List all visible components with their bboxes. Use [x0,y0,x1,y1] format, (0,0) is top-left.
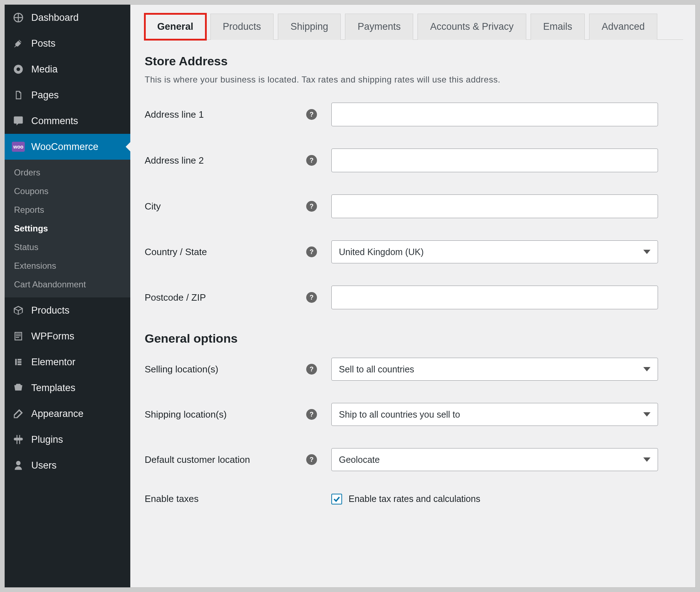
label-shipping-locations: Shipping location(s) [145,409,299,420]
submenu-coupons[interactable]: Coupons [5,182,130,201]
sidebar-label: WPForms [31,331,74,342]
check-icon [331,494,342,504]
help-icon[interactable]: ? [306,155,317,166]
dashboard-icon [12,11,25,24]
sidebar-label: Products [31,305,70,316]
label-city: City [145,201,299,212]
help-icon[interactable]: ? [306,201,317,212]
sidebar-item-templates[interactable]: Templates [5,375,130,401]
help-icon[interactable]: ? [306,292,317,303]
row-city: City ? [145,194,683,218]
sidebar-label: Comments [31,116,78,127]
sidebar-item-media[interactable]: Media [5,56,130,82]
settings-tabs: General Products Shipping Payments Accou… [145,13,683,40]
appearance-icon [12,407,25,420]
store-address-heading: Store Address [145,54,683,68]
help-icon[interactable]: ? [306,454,317,465]
select-value: Ship to all countries you sell to [339,409,460,420]
sidebar-label: Templates [31,382,75,394]
sidebar-item-dashboard[interactable]: Dashboard [5,5,130,30]
plugins-icon [12,433,25,446]
comments-icon [12,114,25,127]
admin-sidebar: Dashboard Posts Media Pages Comments woo… [5,5,130,587]
row-default-location: Default customer location ? Geolocate [145,448,683,471]
label-selling-locations: Selling location(s) [145,364,299,375]
checkbox-enable-taxes[interactable]: Enable tax rates and calculations [331,494,480,504]
help-icon[interactable]: ? [306,246,317,257]
label-enable-taxes: Enable taxes [145,493,299,504]
input-city[interactable] [331,194,658,218]
tab-payments[interactable]: Payments [345,14,413,40]
submenu-reports[interactable]: Reports [5,201,130,219]
sidebar-label: Elementor [31,357,75,368]
submenu-cart-abandonment[interactable]: Cart Abandonment [5,275,130,294]
tab-advanced[interactable]: Advanced [589,14,657,40]
sidebar-item-products[interactable]: Products [5,297,130,323]
input-address2[interactable] [331,149,658,172]
label-postcode: Postcode / ZIP [145,292,299,303]
sidebar-label: Media [31,64,58,75]
sidebar-item-elementor[interactable]: Elementor [5,349,130,375]
tab-products[interactable]: Products [210,14,274,40]
input-address1[interactable] [331,103,658,126]
label-address1: Address line 1 [145,109,299,120]
select-country[interactable]: United Kingdom (UK) [331,240,658,263]
select-value: United Kingdom (UK) [339,247,424,257]
general-options-heading: General options [145,332,683,346]
sidebar-item-pages[interactable]: Pages [5,82,130,108]
sidebar-label: Users [31,460,57,471]
select-value: Sell to all countries [339,364,414,375]
form-icon [12,330,25,343]
checkbox-label: Enable tax rates and calculations [349,494,480,504]
sidebar-item-comments[interactable]: Comments [5,108,130,134]
submenu-status[interactable]: Status [5,238,130,257]
row-selling-locations: Selling location(s) ? Sell to all countr… [145,358,683,381]
tab-general[interactable]: General [145,14,206,40]
elementor-icon [12,356,25,368]
submenu-extensions[interactable]: Extensions [5,257,130,275]
media-icon [12,63,25,76]
sidebar-item-users[interactable]: Users [5,452,130,478]
row-address2: Address line 2 ? [145,149,683,172]
sidebar-item-woocommerce[interactable]: woo WooCommerce [5,134,130,160]
select-shipping-locations[interactable]: Ship to all countries you sell to [331,403,658,426]
submenu-orders[interactable]: Orders [5,163,130,182]
chevron-down-icon [643,250,650,254]
sidebar-item-appearance[interactable]: Appearance [5,401,130,427]
sidebar-label: Dashboard [31,12,79,23]
tab-accounts-privacy[interactable]: Accounts & Privacy [417,14,526,40]
row-shipping-locations: Shipping location(s) ? Ship to all count… [145,403,683,426]
input-postcode[interactable] [331,286,658,309]
label-default-location: Default customer location [145,454,299,465]
users-icon [12,459,25,472]
app-frame: Dashboard Posts Media Pages Comments woo… [4,4,696,588]
row-enable-taxes: Enable taxes ? Enable tax rates and calc… [145,493,683,504]
pin-icon [12,37,25,50]
woo-icon: woo [12,140,25,153]
chevron-down-icon [643,367,650,371]
sidebar-label: Appearance [31,408,84,419]
sidebar-item-wpforms[interactable]: WPForms [5,323,130,349]
help-icon[interactable]: ? [306,109,317,120]
row-address1: Address line 1 ? [145,103,683,126]
submenu-settings[interactable]: Settings [5,219,130,238]
help-icon[interactable]: ? [306,409,317,420]
select-default-location[interactable]: Geolocate [331,448,658,471]
label-country: Country / State [145,246,299,258]
tab-shipping[interactable]: Shipping [278,14,341,40]
settings-panel: General Products Shipping Payments Accou… [130,5,695,587]
sidebar-item-posts[interactable]: Posts [5,30,130,56]
store-address-description: This is where your business is located. … [145,75,683,85]
help-icon[interactable]: ? [306,364,317,375]
select-value: Geolocate [339,455,380,465]
row-country: Country / State ? United Kingdom (UK) [145,240,683,263]
sidebar-label: Posts [31,38,56,49]
select-selling-locations[interactable]: Sell to all countries [331,358,658,381]
box-icon [12,304,25,317]
templates-icon [12,381,25,394]
woocommerce-submenu: Orders Coupons Reports Settings Status E… [5,160,130,297]
tab-emails[interactable]: Emails [531,14,585,40]
sidebar-label: WooCommerce [31,141,98,152]
sidebar-label: Pages [31,90,59,101]
sidebar-item-plugins[interactable]: Plugins [5,427,130,452]
